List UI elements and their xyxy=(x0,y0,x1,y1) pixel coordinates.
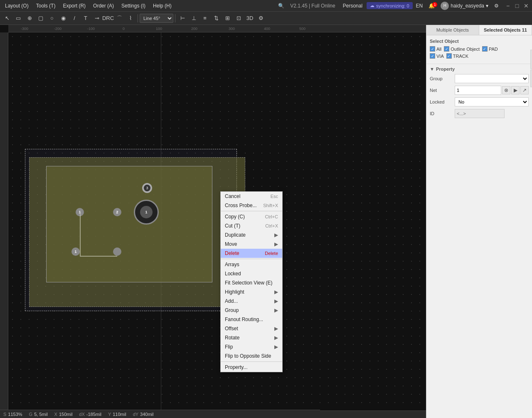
toolbar: ↖ ▭ ⊕ ▢ ○ ◉ / T ⊸ DRC ⌒ ⌇ Line 45° Line … xyxy=(0,12,532,25)
ctx-locked[interactable]: Locked xyxy=(221,269,282,278)
pcb-board: 1 2 3 1 1 xyxy=(29,157,245,307)
route-tool[interactable]: ⌇ xyxy=(125,13,136,24)
ctx-group[interactable]: Group ▶ xyxy=(221,306,282,315)
main-area: -300 -200 -100 0 100 200 300 400 500 1 xyxy=(0,25,532,418)
sync-button[interactable]: ☁ synchronizing: 0 xyxy=(367,2,413,9)
align-left-tool[interactable]: ⊢ xyxy=(177,13,188,24)
net-cross-btn[interactable]: ⊗ xyxy=(502,86,510,94)
side-tabs: Layer Filter xyxy=(530,50,532,87)
tool-group-select: ↖ ▭ ⊕ ▢ ○ ◉ / T ⊸ DRC ⌒ ⌇ xyxy=(2,13,136,24)
tab-multiple-objects[interactable]: Multiple Objects xyxy=(426,25,479,35)
select-tool[interactable]: ↖ xyxy=(2,13,12,24)
property-title: ▼ Property xyxy=(430,67,529,72)
chevron-down-icon: ▾ xyxy=(486,3,488,9)
via-1[interactable]: 3 xyxy=(142,183,152,193)
component-tool[interactable]: ▢ xyxy=(35,13,46,24)
tab-selected-objects[interactable]: Selected Objects 11 xyxy=(479,25,532,35)
text-tool[interactable]: T xyxy=(80,13,91,24)
pad-2[interactable]: 2 xyxy=(113,208,121,216)
menu-tools[interactable]: Tools (T) xyxy=(33,2,59,10)
drc-tool[interactable]: DRC xyxy=(103,13,113,24)
flip-tool[interactable]: ⇅ xyxy=(211,13,222,24)
align-center-tool[interactable]: ≡ xyxy=(200,13,210,24)
ctx-cross-probe[interactable]: Cross Probe... Shift+X xyxy=(221,201,282,210)
checkbox-track[interactable]: ✓ TRACK xyxy=(446,53,468,59)
ctx-cut[interactable]: Cut (T) Ctrl+X xyxy=(221,221,282,230)
personal-btn[interactable]: Personal xyxy=(340,2,366,10)
select-obj-title: Select Object xyxy=(430,39,529,44)
ctx-delete[interactable]: Delete Delete xyxy=(221,249,282,258)
net-export-btn[interactable]: ↗ xyxy=(520,86,529,94)
track-tool[interactable]: / xyxy=(69,13,80,24)
group-select[interactable] xyxy=(455,74,529,83)
search-icon[interactable]: 🔍 xyxy=(276,3,286,9)
ruler-tick: 200 xyxy=(191,27,197,31)
ctx-rotate[interactable]: Rotate ▶ xyxy=(221,333,282,342)
pad-ring[interactable]: 1 xyxy=(134,200,159,225)
prop-row-group: Group xyxy=(430,74,529,83)
ctx-arrays[interactable]: Arrays xyxy=(221,260,282,269)
ctx-cancel[interactable]: Cancel Esc xyxy=(221,192,282,201)
notifications-button[interactable]: 🔔1 xyxy=(426,2,437,10)
ctx-highlight[interactable]: Highlight ▶ xyxy=(221,287,282,297)
rect-select-tool[interactable]: ▭ xyxy=(13,13,24,24)
ctx-duplicate[interactable]: Duplicate ▶ xyxy=(221,230,282,240)
via-tool[interactable]: ⌒ xyxy=(114,13,125,24)
menu-export[interactable]: Export (R) xyxy=(59,2,89,10)
settings2-tool[interactable]: ⚙ xyxy=(256,13,266,24)
pad-tool[interactable]: ○ xyxy=(47,13,57,24)
ctx-property[interactable]: Property... xyxy=(221,363,282,372)
menu-layout[interactable]: Layout (O) xyxy=(2,2,32,10)
toolbar-divider-1 xyxy=(138,14,138,22)
angle-select[interactable]: Line 45° Line 90° Any Angle xyxy=(140,14,173,23)
ctx-fit-selection[interactable]: Fit Selection View (E) xyxy=(221,278,282,287)
lang-button[interactable]: EN xyxy=(414,2,426,10)
fill-tool[interactable]: ◉ xyxy=(58,13,69,24)
menu-settings[interactable]: Settings (I) xyxy=(118,2,149,10)
pcb-inner: 1 2 3 1 1 xyxy=(46,166,212,282)
id-input[interactable] xyxy=(455,109,505,118)
net-row: ⊗ ▶ ↗ xyxy=(455,86,529,95)
filter-tab[interactable]: Filter xyxy=(530,69,532,87)
checkbox-via[interactable]: ✓ VIA xyxy=(430,53,444,59)
measure-tool[interactable]: ⊡ xyxy=(233,13,244,24)
checkbox-pad[interactable]: ✓ PAD xyxy=(482,46,498,52)
ctx-move[interactable]: Move ▶ xyxy=(221,240,282,249)
minimize-button[interactable]: − xyxy=(504,2,512,10)
collapse-icon[interactable]: ▼ xyxy=(430,67,434,72)
menu-help[interactable]: Help (H) xyxy=(150,2,175,10)
probe-tool[interactable]: ⊸ xyxy=(91,13,102,24)
pad-num-tool[interactable]: ⊞ xyxy=(222,13,233,24)
status-x: X 150mil xyxy=(54,412,73,417)
checkbox-outline[interactable]: ✓ Outline Object xyxy=(444,46,480,52)
ctx-sep-2 xyxy=(221,259,282,259)
ruler-tick: 100 xyxy=(156,27,162,31)
canvas-content[interactable]: 1 2 3 1 1 xyxy=(8,32,426,410)
net-input[interactable] xyxy=(455,86,501,95)
layer-tab[interactable]: Layer xyxy=(530,50,532,69)
pad-3[interactable]: 1 xyxy=(71,247,80,256)
ctx-fanout[interactable]: Fanout Routing... xyxy=(221,315,282,324)
settings-icon[interactable]: ⚙ xyxy=(492,2,501,10)
panel-tabs: Multiple Objects Selected Objects 11 xyxy=(426,25,532,35)
align-tool[interactable]: ⊥ xyxy=(188,13,199,24)
close-button[interactable]: ✕ xyxy=(522,2,530,10)
menu-order[interactable]: Order (A) xyxy=(90,2,117,10)
ctx-offset[interactable]: Offset ▶ xyxy=(221,324,282,333)
ctx-add[interactable]: Add... ▶ xyxy=(221,297,282,306)
pad-4[interactable] xyxy=(113,247,121,256)
locked-select[interactable]: No Yes xyxy=(455,97,529,106)
inner-pad[interactable]: 1 xyxy=(140,206,153,218)
cross-select-tool[interactable]: ⊕ xyxy=(24,13,35,24)
ctx-flip-opposite[interactable]: Flip to Opposite Side xyxy=(221,351,282,361)
maximize-button[interactable]: □ xyxy=(513,2,521,10)
ctx-flip[interactable]: Flip ▶ xyxy=(221,342,282,351)
notification-badge: 1 xyxy=(432,2,437,7)
3d-tool[interactable]: 3D xyxy=(244,13,255,24)
checkbox-all[interactable]: ✓ All xyxy=(430,46,441,52)
locked-label: Locked xyxy=(430,99,455,104)
user-menu[interactable]: H haidy_easyeda ▾ xyxy=(438,1,491,11)
net-arrow-btn[interactable]: ▶ xyxy=(511,86,520,94)
ctx-copy[interactable]: Copy (C) Ctrl+C xyxy=(221,212,282,221)
canvas-area[interactable]: -300 -200 -100 0 100 200 300 400 500 1 xyxy=(0,25,426,418)
